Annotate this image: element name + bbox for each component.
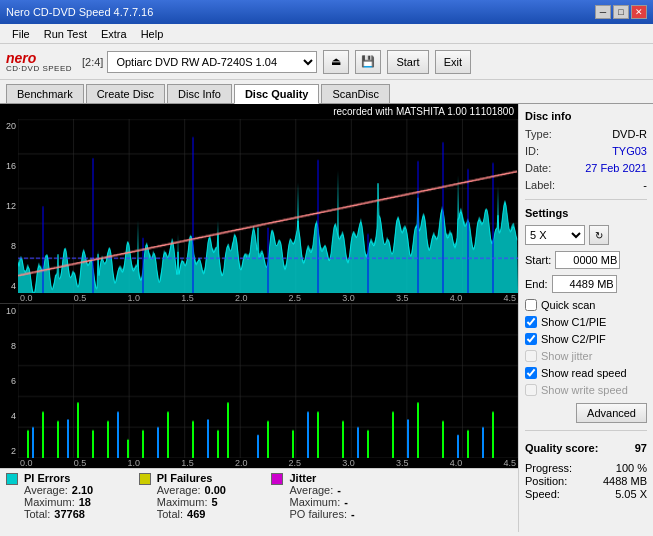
end-mb-input[interactable]: [552, 275, 617, 293]
show-read-speed-checkbox[interactable]: [525, 367, 537, 379]
quality-score-label: Quality score:: [525, 442, 598, 454]
disc-info-title: Disc info: [525, 110, 647, 122]
speed-value: 5.05 X: [615, 488, 647, 500]
tab-create-disc[interactable]: Create Disc: [86, 84, 165, 103]
quality-score-value: 97: [635, 442, 647, 454]
quick-scan-checkbox[interactable]: [525, 299, 537, 311]
start-mb-input[interactable]: [555, 251, 620, 269]
minimize-button[interactable]: ─: [595, 5, 611, 19]
show-c2-pif-checkbox[interactable]: [525, 333, 537, 345]
divider-1: [525, 199, 647, 200]
show-write-speed-checkbox: [525, 384, 537, 396]
end-mb-row: End:: [525, 275, 647, 293]
start-mb-row: Start:: [525, 251, 647, 269]
speed-label: Speed:: [525, 488, 560, 500]
start-button[interactable]: Start: [387, 50, 428, 74]
advanced-button[interactable]: Advanced: [576, 403, 647, 423]
quick-scan-label: Quick scan: [541, 299, 595, 311]
title-bar-left: Nero CD-DVD Speed 4.7.7.16: [6, 6, 153, 18]
jitter-color: [271, 473, 283, 485]
pi-failures-group: PI Failures Average: 0.00 Maximum: 5 Tot…: [139, 472, 252, 529]
quality-score-row: Quality score: 97: [525, 442, 647, 454]
refresh-button[interactable]: ↻: [589, 225, 609, 245]
speed-row: Speed: 5.05 X: [525, 488, 647, 500]
disc-date-row: Date: 27 Feb 2021: [525, 162, 647, 174]
show-write-speed-row: Show write speed: [525, 384, 647, 396]
nero-sub-brand: CD·DVD SPEED: [6, 65, 72, 73]
quick-scan-row: Quick scan: [525, 299, 647, 311]
y-axis-bottom: 10 8 6 4 2: [0, 304, 18, 458]
stats-bar: PI Errors Average: 2.10 Maximum: 18 Tota…: [0, 468, 518, 532]
pi-failures-stats: PI Failures Average: 0.00 Maximum: 5 Tot…: [157, 472, 252, 520]
settings-title: Settings: [525, 207, 647, 219]
progress-label: Progress:: [525, 462, 572, 474]
sidebar: Disc info Type: DVD-R ID: TYG03 Date: 27…: [518, 104, 653, 532]
start-label: Start:: [525, 254, 551, 266]
progress-value: 100 %: [616, 462, 647, 474]
jitter-group: Jitter Average: - Maximum: - PO failures…: [271, 472, 390, 529]
title-bar: Nero CD-DVD Speed 4.7.7.16 ─ □ ✕: [0, 0, 653, 24]
tab-benchmark[interactable]: Benchmark: [6, 84, 84, 103]
chart-top-canvas: [18, 119, 518, 293]
pi-errors-group: PI Errors Average: 2.10 Maximum: 18 Tota…: [6, 472, 119, 529]
tab-bar: Benchmark Create Disc Disc Info Disc Qua…: [0, 80, 653, 104]
show-c1-pie-row: Show C1/PIE: [525, 316, 647, 328]
close-button[interactable]: ✕: [631, 5, 647, 19]
speed-dropdown[interactable]: 5 X: [525, 225, 585, 245]
disc-label-row: Label: -: [525, 179, 647, 191]
drive-select: [2:4] Optiarc DVD RW AD-7240S 1.04: [82, 51, 317, 73]
show-jitter-row: Show jitter: [525, 350, 647, 362]
nero-logo: nero CD·DVD SPEED: [6, 51, 72, 73]
progress-rows: Progress: 100 % Position: 4488 MB Speed:…: [525, 462, 647, 501]
drive-label: [2:4]: [82, 56, 103, 68]
position-value: 4488 MB: [603, 475, 647, 487]
save-button[interactable]: 💾: [355, 50, 381, 74]
tab-scan-disc[interactable]: ScanDisc: [321, 84, 389, 103]
menu-extra[interactable]: Extra: [95, 27, 133, 41]
menu-bar: File Run Test Extra Help: [0, 24, 653, 44]
x-axis-top: 0.0 0.5 1.0 1.5 2.0 2.5 3.0 3.5 4.0 4.5: [0, 293, 518, 303]
main-content: recorded with MATSHITA 1.00 11101800 20 …: [0, 104, 653, 532]
show-c1-pie-label: Show C1/PIE: [541, 316, 606, 328]
pi-errors-color: [6, 473, 18, 485]
chart-area: recorded with MATSHITA 1.00 11101800 20 …: [0, 104, 518, 532]
show-jitter-label: Show jitter: [541, 350, 592, 362]
nero-brand: nero: [6, 51, 72, 65]
progress-row: Progress: 100 %: [525, 462, 647, 474]
menu-file[interactable]: File: [6, 27, 36, 41]
jitter-stats: Jitter Average: - Maximum: - PO failures…: [289, 472, 390, 520]
show-read-speed-label: Show read speed: [541, 367, 627, 379]
speed-settings-row: 5 X ↻: [525, 225, 647, 245]
pi-failures-color: [139, 473, 151, 485]
position-row: Position: 4488 MB: [525, 475, 647, 487]
chart-header: recorded with MATSHITA 1.00 11101800: [0, 104, 518, 119]
tab-disc-info[interactable]: Disc Info: [167, 84, 232, 103]
divider-2: [525, 430, 647, 431]
show-write-speed-label: Show write speed: [541, 384, 628, 396]
chart-bottom-canvas: [18, 304, 518, 458]
app-title: Nero CD-DVD Speed 4.7.7.16: [6, 6, 153, 18]
position-label: Position:: [525, 475, 567, 487]
drive-dropdown[interactable]: Optiarc DVD RW AD-7240S 1.04: [107, 51, 317, 73]
maximize-button[interactable]: □: [613, 5, 629, 19]
menu-run-test[interactable]: Run Test: [38, 27, 93, 41]
toolbar: nero CD·DVD SPEED [2:4] Optiarc DVD RW A…: [0, 44, 653, 80]
menu-help[interactable]: Help: [135, 27, 170, 41]
tab-disc-quality[interactable]: Disc Quality: [234, 84, 320, 104]
y-axis-top: 20 16 12 8 4: [0, 119, 18, 293]
end-label: End:: [525, 278, 548, 290]
disc-type-row: Type: DVD-R: [525, 128, 647, 140]
show-jitter-checkbox: [525, 350, 537, 362]
disc-id-row: ID: TYG03: [525, 145, 647, 157]
title-bar-controls: ─ □ ✕: [595, 5, 647, 19]
show-c2-pif-row: Show C2/PIF: [525, 333, 647, 345]
pi-errors-stats: PI Errors Average: 2.10 Maximum: 18 Tota…: [24, 472, 119, 520]
show-read-speed-row: Show read speed: [525, 367, 647, 379]
exit-button[interactable]: Exit: [435, 50, 471, 74]
x-axis-bottom: 0.0 0.5 1.0 1.5 2.0 2.5 3.0 3.5 4.0 4.5: [0, 458, 518, 468]
show-c1-pie-checkbox[interactable]: [525, 316, 537, 328]
eject-button[interactable]: ⏏: [323, 50, 349, 74]
show-c2-pif-label: Show C2/PIF: [541, 333, 606, 345]
